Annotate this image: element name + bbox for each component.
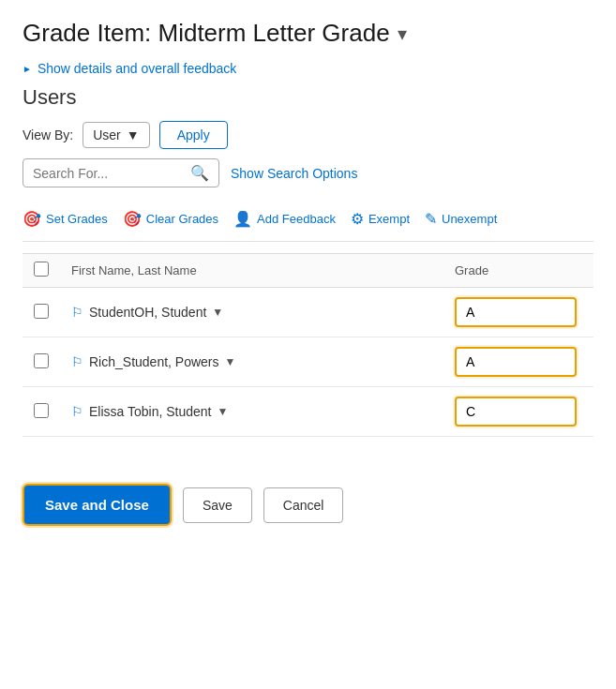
grade-column-header: Grade [443,254,593,288]
select-all-checkbox[interactable] [34,262,49,277]
row-checkbox[interactable] [34,304,49,319]
page-title-chevron-icon[interactable]: ▾ [398,22,407,45]
name-column-header: First Name, Last Name [60,254,443,288]
flag-icon: ⚐ [71,354,83,369]
view-by-select[interactable]: User ▼ [83,122,149,148]
row-checkbox[interactable] [34,403,49,418]
search-row: 🔍 Show Search Options [23,158,593,187]
name-chevron-icon[interactable]: ▼ [225,355,236,368]
grade-cell [443,387,593,437]
apply-button[interactable]: Apply [159,121,228,149]
add-feedback-button[interactable]: 👤 Add Feedback [233,206,349,232]
student-name-cell: ⚐ Elissa Tobin, Student ▼ [60,387,443,437]
search-input[interactable] [33,166,185,181]
exempt-icon: ⚙ [351,210,364,228]
triangle-icon: ► [23,64,32,74]
view-by-selected-value: User [93,127,121,142]
name-chevron-icon[interactable]: ▼ [212,306,223,319]
view-by-label: View By: [23,127,73,142]
users-section-title: Users [23,85,593,110]
set-grades-button[interactable]: 🎯 Set Grades [23,206,121,232]
show-details-label: Show details and overall feedback [38,61,236,76]
grade-cell [443,337,593,387]
add-feedback-label: Add Feedback [257,212,336,226]
row-checkbox-cell [23,288,60,337]
add-feedback-icon: 👤 [233,210,252,228]
row-checkbox[interactable] [34,353,49,368]
view-by-chevron-icon: ▼ [127,127,140,142]
page-title-text: Grade Item: Midterm Letter Grade [23,19,390,48]
flag-icon: ⚐ [71,404,83,419]
toolbar: 🎯 Set Grades 🎯 Clear Grades 👤 Add Feedba… [23,206,593,242]
clear-grades-icon: 🎯 [123,210,142,228]
row-checkbox-cell [23,337,60,387]
grade-input[interactable] [455,347,577,377]
view-by-row: View By: User ▼ Apply [23,121,593,149]
unexempt-label: Unexempt [442,212,497,226]
table-row: ⚐ Rich_Student, Powers ▼ [23,337,593,387]
row-checkbox-cell [23,387,60,437]
clear-grades-button[interactable]: 🎯 Clear Grades [123,206,232,232]
flag-icon: ⚐ [71,305,83,320]
student-name-cell: ⚐ Rich_Student, Powers ▼ [60,337,443,387]
student-name-text: StudentOH, Student [89,305,206,320]
student-name-text: Elissa Tobin, Student [89,404,212,419]
show-search-options-link[interactable]: Show Search Options [231,166,357,181]
grade-input[interactable] [455,397,577,427]
grade-input[interactable] [455,297,577,327]
name-chevron-icon[interactable]: ▼ [218,405,229,418]
set-grades-icon: 🎯 [23,210,41,228]
save-button[interactable]: Save [183,487,252,523]
grade-cell [443,288,593,337]
page-title: Grade Item: Midterm Letter Grade ▾ [23,19,593,48]
exempt-button[interactable]: ⚙ Exempt [351,206,423,232]
unexempt-icon: ✎ [425,210,437,228]
cancel-button[interactable]: Cancel [263,487,344,523]
save-close-button[interactable]: Save and Close [23,484,172,526]
student-name-cell: ⚐ StudentOH, Student ▼ [60,288,443,337]
grade-table: First Name, Last Name Grade ⚐ StudentOH,… [23,253,593,437]
search-icon: 🔍 [190,164,209,182]
unexempt-button[interactable]: ✎ Unexempt [425,206,510,232]
select-all-header [23,254,60,288]
table-row: ⚐ StudentOH, Student ▼ [23,288,593,337]
table-row: ⚐ Elissa Tobin, Student ▼ [23,387,593,437]
student-name-text: Rich_Student, Powers [89,354,219,369]
footer: Save and Close Save Cancel [23,465,593,526]
show-details-link[interactable]: ► Show details and overall feedback [23,61,593,76]
search-box[interactable]: 🔍 [23,158,219,187]
exempt-label: Exempt [368,212,410,226]
clear-grades-label: Clear Grades [146,212,218,226]
set-grades-label: Set Grades [46,212,108,226]
